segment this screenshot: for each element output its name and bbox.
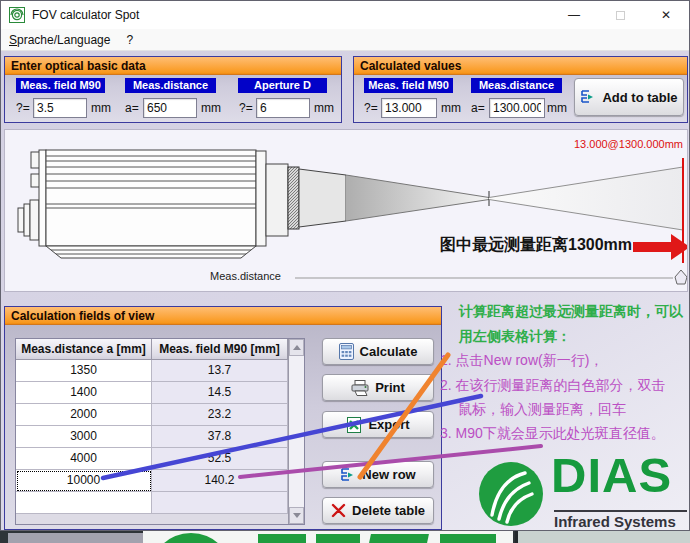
minimize-button[interactable]: —: [551, 1, 597, 29]
fov-calculator-window: FOV calculator Spot — ✕ Sprache/Language…: [0, 0, 690, 531]
window-title: FOV calculator Spot: [32, 8, 139, 22]
table-row: 1350 13.7: [16, 360, 304, 382]
new-row-icon: [340, 467, 356, 483]
dias-logo-icon: [477, 460, 545, 528]
spot-size-label: 13.000@1300.000mm: [574, 138, 683, 150]
input-meas-field-m90[interactable]: [33, 98, 87, 118]
prefix-calc-m90: ?=: [364, 98, 378, 118]
label-calc-meas-field-m90: Meas. field M90: [364, 78, 453, 93]
output-calc-meas-field-m90[interactable]: [381, 98, 437, 118]
unit-calc-distance: mm: [547, 98, 567, 118]
cell-distance[interactable]: 3000: [16, 426, 152, 448]
prefix-aperture: ?=: [239, 98, 253, 118]
calculate-label: Calculate: [360, 344, 418, 359]
fov-diagram-drawing: [5, 130, 687, 291]
excel-export-icon: [346, 417, 362, 433]
column-header-m90: Meas. field M90 [mm]: [152, 339, 288, 360]
cell-m90: 37.8: [152, 426, 288, 448]
screen: FOV calculator Spot — ✕ Sprache/Language…: [0, 0, 690, 543]
background-window-right: [515, 531, 690, 543]
menubar: Sprache/Language ?: [1, 29, 689, 51]
delete-icon: [331, 503, 346, 518]
calculate-button[interactable]: Calculate: [322, 338, 434, 365]
output-calc-meas-distance[interactable]: [489, 98, 545, 118]
scroll-up-icon: [293, 345, 301, 350]
annotation-step-1: 1. 点击New row(新一行)，: [440, 352, 603, 370]
cell-distance[interactable]: 1400: [16, 382, 152, 404]
prefix-calc-distance: a=: [471, 98, 485, 118]
delete-table-label: Delete table: [352, 503, 425, 518]
minimize-icon: —: [568, 8, 580, 22]
menu-language[interactable]: Sprache/Language: [1, 30, 118, 50]
table-row: 3000 37.8: [16, 426, 304, 448]
close-icon: ✕: [661, 8, 671, 22]
cell-distance[interactable]: 2000: [16, 404, 152, 426]
export-label: Export: [368, 417, 409, 432]
cell-distance-empty[interactable]: [16, 492, 152, 514]
maximize-button: [597, 1, 643, 29]
unit-aperture: mm: [314, 98, 334, 118]
dias-logo-rule: [554, 510, 687, 512]
print-label: Print: [375, 380, 405, 395]
panel-calculation-fields: Calculation fields of view Meas.distance…: [4, 306, 442, 530]
table-row: 4000 52.5: [16, 448, 304, 470]
input-aperture-d[interactable]: [256, 98, 310, 118]
table-row-selected: 10000 140.2: [16, 470, 304, 492]
cell-distance[interactable]: 4000: [16, 448, 152, 470]
cell-distance[interactable]: 1350: [16, 360, 152, 382]
label-aperture-d: Aperture D: [238, 78, 327, 93]
annotation-intro-2: 用左侧表格计算：: [459, 328, 571, 346]
table-row-empty: [16, 492, 304, 514]
print-button[interactable]: Print: [322, 374, 434, 401]
close-button[interactable]: ✕: [643, 1, 689, 29]
annotation-step-2b: 鼠标，输入测量距离，回车: [458, 401, 626, 419]
max-distance-note: 图中最远测量距离1300mm: [440, 235, 632, 256]
fov-diagram: 13.000@1300.000mm 图中最远测量距离1300mm Meas.di…: [4, 129, 688, 292]
scroll-down-icon: [293, 513, 301, 518]
annotation-step-3: 3. M90下就会显示此处光斑直径值。: [440, 425, 665, 443]
cell-m90: 14.5: [152, 382, 288, 404]
export-button[interactable]: Export: [322, 411, 434, 438]
red-arrow-icon: [633, 234, 687, 260]
cell-m90: 23.2: [152, 404, 288, 426]
cell-distance-focused[interactable]: 10000: [16, 470, 152, 492]
scroll-down-button[interactable]: [289, 507, 304, 524]
input-meas-distance[interactable]: [143, 98, 197, 118]
table-row: 2000 23.2: [16, 404, 304, 426]
titlebar: FOV calculator Spot — ✕: [1, 1, 689, 29]
cell-m90: 52.5: [152, 448, 288, 470]
cell-m90: 13.7: [152, 360, 288, 382]
label-meas-distance: Meas.distance: [125, 78, 216, 93]
annotation-step-2: 2. 在该行测量距离的白色部分，双击: [440, 377, 666, 395]
background-window-sliver[interactable]: [0, 531, 690, 543]
panel-fields-title: Calculation fields of view: [5, 307, 441, 325]
background-logo-letter: [369, 534, 429, 543]
dias-logo: DIAS Infrared Systems: [477, 460, 689, 530]
app-icon: [9, 7, 25, 23]
panel-calculated-title: Calculated values: [354, 57, 687, 75]
table-scrollbar[interactable]: [288, 339, 304, 524]
background-logo-letter: [316, 534, 360, 543]
menu-help[interactable]: ?: [118, 30, 141, 50]
add-to-table-label: Add to table: [602, 90, 677, 105]
dimension-arrow-icon: [675, 270, 687, 284]
new-row-button[interactable]: New row: [322, 461, 434, 488]
printer-icon: [351, 380, 369, 396]
table-row: 1400 14.5: [16, 382, 304, 404]
add-to-table-icon: [580, 89, 596, 105]
fov-table: Meas.distance a [mm] Meas. field M90 [mm…: [15, 338, 305, 525]
delete-table-button[interactable]: Delete table: [322, 497, 434, 524]
background-window-bar: [8, 533, 143, 543]
add-to-table-button[interactable]: Add to table: [574, 78, 684, 116]
label-meas-field-m90: Meas. field M90: [16, 78, 105, 93]
annotation-intro-1: 计算距离超过最远测量距离时，可以: [459, 303, 683, 321]
unit-m90: mm: [91, 98, 111, 118]
dias-logo-brand: DIAS: [551, 449, 672, 503]
column-header-distance: Meas.distance a [mm]: [16, 339, 152, 360]
prefix-distance: a=: [125, 98, 139, 118]
maximize-icon: [616, 11, 625, 20]
unit-distance: mm: [201, 98, 221, 118]
label-calc-meas-distance: Meas.distance: [471, 78, 562, 93]
dias-logo-subtitle: Infrared Systems: [554, 513, 676, 530]
scroll-up-button[interactable]: [289, 339, 304, 356]
